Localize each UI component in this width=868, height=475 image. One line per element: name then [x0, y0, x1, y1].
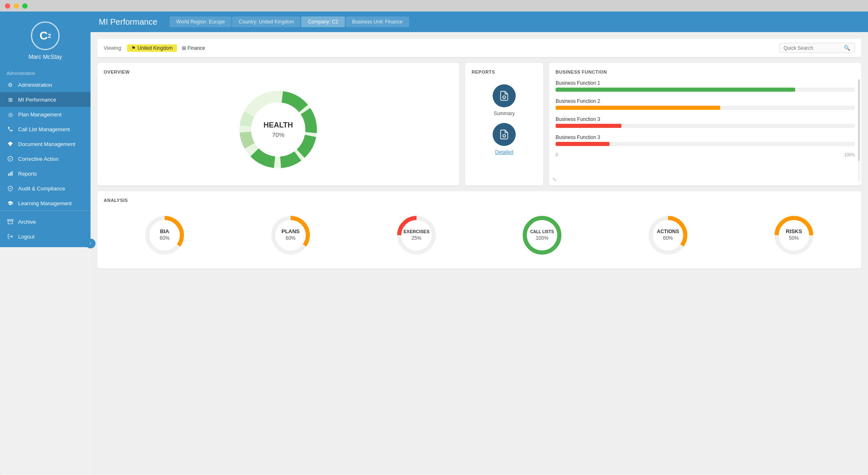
gear-icon: ⚙: [7, 81, 14, 88]
viewing-tag-uk: ⚑ United Kingdom: [127, 44, 177, 52]
biz-bar-bg-3: [556, 124, 855, 128]
report-summary[interactable]: Summary: [493, 84, 516, 116]
flag-icon: ⚑: [131, 45, 136, 51]
nav-tabs: World Region: Europe Country: United Kin…: [170, 16, 409, 27]
business-function-list: Business Function 1 Business Function 2: [556, 80, 855, 157]
business-function-title: BUSINESS FUNCTION: [556, 70, 855, 74]
sidebar-label-logout: Logout: [18, 234, 35, 240]
sidebar-label-plan-management: Plan Management: [18, 111, 62, 118]
report-summary-icon: [493, 84, 516, 107]
reports-list: Summary Detailed: [472, 80, 537, 159]
svg-text:60%: 60%: [160, 235, 170, 241]
sidebar-item-plan-management[interactable]: ◎ Plan Management: [0, 107, 91, 122]
biz-item-2-name: Business Function 2: [556, 98, 855, 104]
sidebar-label-learning-management: Learning Management: [18, 200, 72, 206]
reports-title: REPORTS: [472, 70, 537, 74]
sidebar-label-mi-performance: MI Performance: [18, 97, 56, 103]
expand-icon[interactable]: ⤡: [552, 176, 556, 182]
reports-panel: REPORTS Summary Detailed: [465, 63, 543, 185]
analysis-item-actions: ACTIONS 60%: [645, 213, 691, 258]
top-dashboard-row: OVERVIEW: [97, 63, 861, 185]
sidebar: C2 Marc McStay Administration ⚙ Administ…: [0, 12, 91, 475]
phone-icon: [7, 125, 14, 133]
graduation-icon: [7, 199, 14, 207]
overview-chart-container: HEALTH 70%: [104, 80, 453, 179]
sidebar-label-call-list: Call List Management: [18, 126, 70, 132]
viewing-bar: Viewing: ⚑ United Kingdom ⊞ Finance 🔍: [97, 39, 861, 57]
sidebar-item-document-management[interactable]: Document Management: [0, 137, 91, 151]
search-input[interactable]: [784, 45, 841, 51]
biz-item-3-name: Business Function 3: [556, 116, 855, 122]
close-btn[interactable]: [5, 3, 10, 9]
analysis-grid: BIA 60% PLANS 60%: [104, 209, 855, 262]
report-detailed-label: Detailed: [495, 149, 513, 155]
sidebar-item-learning-management[interactable]: Learning Management: [0, 196, 91, 211]
tab-country[interactable]: Country: United Kingdom: [232, 16, 300, 27]
svg-rect-1: [8, 174, 9, 176]
page-title: MI Performance: [99, 17, 157, 27]
sidebar-item-call-list[interactable]: Call List Management: [0, 122, 91, 137]
tab-company[interactable]: Company: C2: [301, 16, 344, 27]
sidebar-logo: C2 Marc McStay: [0, 12, 91, 67]
svg-text:EXERCISES: EXERCISES: [403, 229, 429, 234]
report-detailed[interactable]: Detailed: [493, 123, 516, 155]
biz-item-1: Business Function 1: [556, 80, 855, 92]
analysis-panel: ANALYSIS BIA 60%: [97, 191, 861, 269]
sidebar-item-logout[interactable]: Logout: [0, 229, 91, 244]
call-lists-donut: CALL LISTS 100%: [519, 213, 565, 258]
sidebar-item-mi-performance[interactable]: ⊞ MI Performance: [0, 92, 91, 107]
analysis-item-risks: RISKS 50%: [771, 213, 817, 258]
sidebar-item-archive[interactable]: Archive: [0, 214, 91, 229]
svg-text:RISKS: RISKS: [786, 228, 802, 234]
svg-text:100%: 100%: [536, 235, 549, 241]
overview-panel: OVERVIEW: [97, 63, 459, 185]
building-icon: ⊞: [182, 45, 186, 51]
sidebar-item-corrective-action[interactable]: Corrective Action: [0, 151, 91, 166]
sidebar-label-document-management: Document Management: [18, 141, 75, 147]
diamond-icon: [7, 140, 14, 148]
viewing-tag-uk-text: United Kingdom: [137, 45, 172, 51]
viewing-tag-finance-text: Finance: [188, 45, 205, 51]
sidebar-label-corrective-action: Corrective Action: [18, 156, 58, 162]
business-function-panel: BUSINESS FUNCTION Business Function 1 Bu…: [549, 63, 861, 185]
svg-text:60%: 60%: [286, 235, 296, 241]
archive-icon: [7, 218, 14, 225]
check-circle-icon: [7, 155, 14, 162]
svg-rect-3: [12, 171, 12, 176]
tab-business-unit[interactable]: Business Unit: Finance: [346, 16, 410, 27]
sidebar-item-administration[interactable]: ⚙ Administration: [0, 77, 91, 92]
sidebar-label-reports: Reports: [18, 171, 37, 177]
biz-item-4-name: Business Function 3: [556, 134, 855, 140]
bia-donut: BIA 60%: [142, 213, 187, 258]
biz-axis-start: 0: [556, 153, 558, 157]
logo-icon: C2: [31, 21, 60, 50]
svg-text:60%: 60%: [663, 235, 673, 241]
risks-donut: RISKS 50%: [771, 213, 817, 258]
content-area: Viewing: ⚑ United Kingdom ⊞ Finance 🔍: [91, 32, 868, 475]
maximize-btn[interactable]: [22, 3, 28, 9]
grid-icon: ⊞: [7, 96, 14, 103]
biz-bar-bg-4: [556, 142, 855, 146]
minimize-btn[interactable]: [14, 3, 19, 9]
sidebar-section-admin: Administration: [0, 67, 91, 77]
logout-icon: [7, 233, 14, 240]
biz-axis: 0 100%: [556, 153, 855, 157]
biz-item-2: Business Function 2: [556, 98, 855, 110]
tab-world-region[interactable]: World Region: Europe: [170, 16, 231, 27]
svg-text:PLANS: PLANS: [282, 228, 300, 234]
exercises-donut: EXERCISES 25%: [394, 213, 439, 258]
svg-text:70%: 70%: [272, 131, 284, 138]
biz-bar-3: [556, 124, 621, 128]
top-header: MI Performance World Region: Europe Coun…: [91, 12, 868, 32]
scrollbar-track: [858, 79, 860, 181]
sidebar-collapse-button[interactable]: ‹: [86, 239, 95, 248]
sidebar-item-audit-compliance[interactable]: Audit & Compliance: [0, 181, 91, 196]
search-icon: 🔍: [844, 45, 850, 51]
sidebar-item-reports[interactable]: Reports: [0, 166, 91, 181]
sidebar-label-administration: Administration: [18, 82, 52, 88]
target-icon: ◎: [7, 111, 14, 118]
shield-icon: [7, 185, 14, 192]
bar-chart-icon: [7, 170, 14, 177]
analysis-item-plans: PLANS 60%: [268, 213, 313, 258]
viewing-tag-finance: ⊞ Finance: [182, 45, 205, 51]
